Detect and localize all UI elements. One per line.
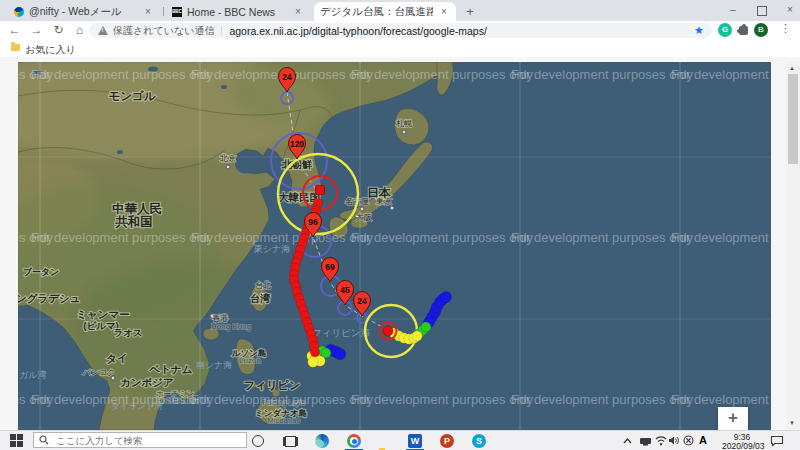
tab-nifty[interactable]: @nifty - Webメール × xyxy=(8,2,160,21)
map-label: 台湾 xyxy=(250,293,271,304)
word-icon[interactable]: W xyxy=(408,434,422,448)
city-marker xyxy=(226,165,230,169)
map-label: 南シナ海 xyxy=(196,360,232,370)
watermark-text: For development purposes only xyxy=(31,392,214,407)
watermark-text: For development purposes only xyxy=(511,392,694,407)
url-text[interactable]: agora.ex.nii.ac.jp/digital-typhoon/forec… xyxy=(229,25,486,37)
search-input[interactable] xyxy=(54,434,228,447)
pin-hour-label: 45 xyxy=(340,285,350,295)
scrollbar-thumb[interactable] xyxy=(788,74,798,164)
edge-icon[interactable] xyxy=(315,434,329,448)
bookmark-star-icon[interactable]: ★ xyxy=(694,24,704,37)
tab-separator xyxy=(163,7,164,16)
map-label: ミャンマー xyxy=(76,308,129,320)
watermark-text: For development purposes only xyxy=(351,67,534,82)
pin-hour-label: 96 xyxy=(308,217,318,227)
bookmark-favorites[interactable]: お気に入り xyxy=(25,43,76,57)
sync-issue-icon[interactable] xyxy=(683,435,694,446)
page-scrollbar[interactable]: ▲ ▼ xyxy=(786,62,800,430)
extensions-puzzle-icon[interactable] xyxy=(739,26,748,35)
taskbar-search[interactable] xyxy=(33,432,247,448)
tab-bbc[interactable]: BBC Home - BBC News × xyxy=(166,2,310,21)
map-label: フィリピン xyxy=(244,379,300,391)
track-point-blue xyxy=(334,348,346,360)
watermark-text: For development purposes only xyxy=(31,67,214,82)
map-label: 台北 xyxy=(255,281,271,290)
map-label: ブータン xyxy=(23,267,60,277)
search-icon xyxy=(39,435,49,445)
security-label[interactable]: 保護されていない通信 xyxy=(113,24,214,38)
track-point-green xyxy=(421,322,431,332)
back-icon[interactable]: ← xyxy=(6,22,23,39)
start-button[interactable] xyxy=(10,434,23,447)
tray-chevron-icon[interactable] xyxy=(622,436,633,446)
powerpoint-icon[interactable]: P xyxy=(440,434,454,448)
map-label: Hong Kong xyxy=(211,322,251,331)
map-label: ガル湾 xyxy=(19,370,46,380)
tab-title: デジタル台風：台風進路予想図（G xyxy=(320,5,433,19)
map-label: 札幌 xyxy=(396,119,412,128)
forward-icon[interactable]: → xyxy=(28,22,45,39)
pin-hour-label: 24 xyxy=(282,72,292,82)
tab-title: Home - BBC News xyxy=(187,6,287,18)
pin-hour-label: 24 xyxy=(357,296,367,306)
profile-avatar[interactable]: B xyxy=(754,23,768,37)
watermark-text: For development purposes only xyxy=(351,230,534,245)
tab-close-icon[interactable]: × xyxy=(142,6,154,17)
map-label: カンボジア xyxy=(120,376,174,388)
map-label: Mindanao xyxy=(268,416,301,425)
watermark-text: For development purposes only xyxy=(671,392,771,407)
watermark-text: For development purposes only xyxy=(191,392,374,407)
map-label: 中華人民 xyxy=(112,202,162,216)
bookmarks-bar: お気に入り xyxy=(0,41,800,58)
ime-indicator[interactable]: A xyxy=(699,434,707,446)
skype-icon[interactable]: S xyxy=(472,434,486,448)
bookmark-folder-icon xyxy=(11,44,20,51)
tab-close-icon[interactable]: × xyxy=(438,6,450,17)
tab-close-icon[interactable]: × xyxy=(292,6,304,17)
map-label: ラオス xyxy=(113,327,142,338)
windows-taskbar: W P S A 9:36 2020/09/03 xyxy=(0,430,800,450)
tab-digital-typhoon-active[interactable]: デジタル台風：台風進路予想図（G × xyxy=(314,2,456,21)
track-point-yellow xyxy=(412,331,422,341)
tab-title: @nifty - Webメール xyxy=(29,5,137,19)
hardware-icon[interactable] xyxy=(639,436,652,446)
notification-icon[interactable] xyxy=(770,435,784,447)
map-zoom-in-button[interactable]: + xyxy=(718,407,748,430)
minimize-button[interactable]: – xyxy=(726,3,740,17)
storm2-current-position[interactable] xyxy=(383,326,393,336)
grammarly-extension-icon[interactable]: G xyxy=(718,23,732,37)
chrome-icon[interactable] xyxy=(347,434,361,448)
typhoon-forecast-map[interactable]: モンゴル中華人民共和国北朝鮮大韓民国日本台湾フィリピンミャンマー(ビルマ)ラオス… xyxy=(18,62,771,430)
clock-date: 2020/09/03 xyxy=(722,442,762,450)
watermark-text: For development purposes only xyxy=(671,67,771,82)
city-marker xyxy=(360,207,364,211)
track-point-red xyxy=(310,347,320,357)
task-view-icon[interactable] xyxy=(285,436,296,447)
watermark-text: For development purposes only xyxy=(671,230,771,245)
speaker-icon[interactable] xyxy=(668,435,680,446)
maximize-button[interactable] xyxy=(757,6,767,16)
taskbar-clock[interactable]: 9:36 2020/09/03 xyxy=(722,433,762,450)
wifi-icon[interactable] xyxy=(655,435,667,446)
not-secure-icon[interactable] xyxy=(98,26,108,35)
home-icon[interactable]: ⌂ xyxy=(71,22,88,39)
map-label: モンゴル xyxy=(108,90,156,102)
close-button[interactable]: × xyxy=(783,3,797,17)
storm1-current-position[interactable] xyxy=(316,186,325,195)
scroll-up-icon[interactable]: ▲ xyxy=(789,65,795,71)
browser-menu-icon[interactable]: ⋮ xyxy=(780,22,791,35)
map-label: 共和国 xyxy=(115,214,153,229)
map-label: 東京 xyxy=(376,197,392,206)
page-area: モンゴル中華人民共和国北朝鮮大韓民国日本台湾フィリピンミャンマー(ビルマ)ラオス… xyxy=(0,57,800,430)
map-label: タイ xyxy=(106,352,128,365)
address-bar[interactable]: 保護されていない通信 agora.ex.nii.ac.jp/digital-ty… xyxy=(89,23,712,38)
bbc-favicon: BBC xyxy=(172,7,182,17)
scroll-down-icon[interactable]: ▼ xyxy=(789,420,795,426)
watermark-text: For development purposes only xyxy=(511,230,694,245)
cortana-icon[interactable] xyxy=(252,435,264,447)
reload-icon[interactable]: ↻ xyxy=(50,22,67,39)
map-label: Luzon xyxy=(239,356,261,365)
new-tab-button[interactable]: + xyxy=(462,4,478,20)
map-label: 北京 xyxy=(219,154,236,163)
